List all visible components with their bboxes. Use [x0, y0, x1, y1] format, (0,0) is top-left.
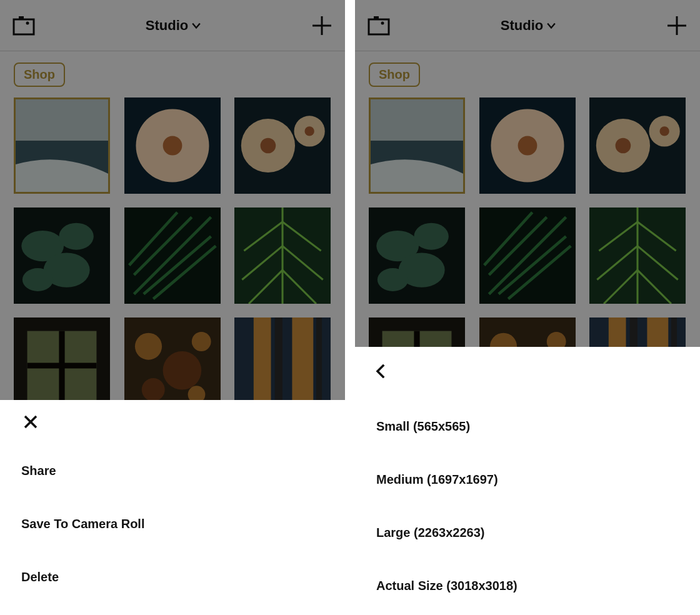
close-button[interactable]	[21, 412, 40, 431]
size-option-large[interactable]: Large (2263x2263)	[376, 526, 679, 540]
screen-share-menu: Studio Shop Share Save To Came	[0, 0, 345, 615]
delete-option[interactable]: Delete	[21, 570, 324, 584]
save-camera-roll-option[interactable]: Save To Camera Roll	[21, 517, 324, 531]
chevron-left-icon	[374, 364, 388, 378]
screen-size-menu: Studio Shop Small (565x565) Me	[355, 0, 700, 615]
close-icon	[24, 415, 38, 429]
size-sheet: Small (565x565) Medium (1697x1697) Large…	[355, 347, 700, 615]
back-button[interactable]	[371, 362, 390, 381]
overlay-dim	[355, 0, 700, 347]
action-sheet: Share Save To Camera Roll Delete	[0, 400, 345, 615]
share-option[interactable]: Share	[21, 464, 324, 478]
size-option-small[interactable]: Small (565x565)	[376, 419, 679, 434]
size-option-actual[interactable]: Actual Size (3018x3018)	[376, 579, 679, 593]
size-option-medium[interactable]: Medium (1697x1697)	[376, 472, 679, 487]
overlay-dim	[0, 0, 345, 400]
